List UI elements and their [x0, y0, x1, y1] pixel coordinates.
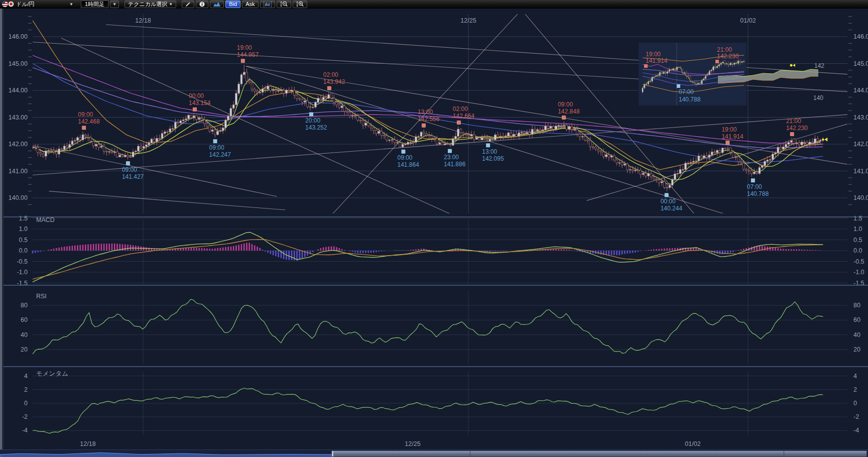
price-axis-label-right: 146.00 — [853, 33, 868, 40]
low-marker — [310, 112, 313, 116]
low-annotation-price: 141.886 — [444, 161, 466, 168]
momentum-panel-tick-left: -4 — [22, 427, 28, 434]
high-annotation-time: 02:00 — [323, 71, 338, 78]
low-marker — [751, 179, 755, 182]
h-scrollbar-track[interactable] — [0, 449, 868, 457]
rsi-panel-title: RSI — [36, 293, 47, 300]
timeframe-dropdown-button[interactable]: ▼ — [110, 1, 119, 8]
chart-style-button[interactable] — [210, 1, 224, 8]
scroll-preview-wave — [0, 450, 331, 457]
ask-label: Ask — [245, 1, 255, 7]
macd-panel-tick-left: 1.5 — [19, 215, 28, 222]
currency-pair-label: ドル/円 — [16, 1, 35, 8]
high-marker — [327, 86, 331, 90]
high-marker — [562, 116, 566, 120]
price-axis-label-right: 141.00 — [853, 168, 868, 175]
date-label-bottom: 12/18 — [80, 440, 95, 447]
price-axis-label-left: 141.00 — [9, 168, 28, 175]
low-annotation-price: 142.095 — [482, 155, 504, 162]
high-annotation-time: 19:00 — [237, 44, 252, 51]
high-annotation-price: 142.468 — [78, 118, 100, 125]
ask-button[interactable]: Ask — [242, 1, 258, 8]
low-annotation-price: 141.864 — [397, 161, 419, 168]
rsi-panel-tick-left: 20 — [21, 346, 28, 353]
low-annotation-time: 07:00 — [747, 183, 762, 190]
rsi-panel-tick-left: 60 — [21, 316, 28, 323]
price-axis-label-right: 144.00 — [853, 87, 868, 94]
fx-chart-window: ドル/円 ▼ 1時間足 ▼ テクニカル選択 ▼ — [0, 0, 868, 457]
inset-annotation-price: 142.230 — [717, 53, 739, 60]
momentum-panel-tick-left: -2 — [22, 413, 28, 420]
toolbar: ドル/円 ▼ 1時間足 ▼ テクニカル選択 ▼ — [0, 0, 868, 9]
price-scale-button[interactable] — [260, 1, 275, 8]
chevron-down-icon: ▼ — [112, 2, 116, 7]
date-label-bottom: 01/02 — [685, 440, 700, 447]
high-annotation-price: 142.664 — [453, 112, 475, 120]
zoom-in-icon — [296, 1, 304, 7]
bid-label: Bid — [229, 1, 237, 7]
rsi-panel-tick-left: 80 — [21, 302, 28, 309]
date-label-top: 12/25 — [460, 17, 476, 24]
low-annotation-time: 23:00 — [444, 154, 459, 161]
bid-button[interactable]: Bid — [225, 1, 240, 8]
price-axis-label-left: 143.00 — [9, 114, 28, 121]
inset-annotation-time: 21:00 — [717, 46, 732, 53]
macd-panel-tick-left: 1.0 — [19, 225, 28, 233]
date-label-top: 01/02 — [740, 17, 756, 24]
us-flag-icon — [2, 1, 8, 7]
date-label-bottom: 12/25 — [405, 440, 420, 447]
draw-tool-button[interactable] — [182, 1, 194, 8]
info-button[interactable] — [196, 1, 208, 8]
macd-panel-tick-right: -1.0 — [853, 269, 864, 276]
inset-annotation-time: 07:00 — [679, 88, 694, 95]
low-annotation-time: 09:00 — [397, 154, 412, 161]
timeframe-label: 1時間足 — [85, 1, 104, 8]
zoom-out-button[interactable] — [277, 1, 291, 8]
macd-panel-tick-right: 0.0 — [853, 247, 862, 254]
technical-select-label: テクニカル選択 — [128, 1, 167, 8]
high-annotation-time: 19:00 — [721, 126, 736, 133]
high-marker — [726, 141, 729, 145]
h-scrollbar-thumb[interactable] — [331, 450, 867, 457]
low-annotation-price: 140.788 — [747, 190, 769, 197]
low-annotation-price: 141.427 — [122, 173, 144, 180]
momentum-panel-tick-left: 4 — [24, 373, 28, 380]
macd-panel-tick-left: -0.5 — [17, 258, 28, 265]
date-label-top: 12/18 — [135, 17, 151, 24]
low-annotation-time: 20:00 — [305, 117, 320, 124]
high-annotation-price: 144.957 — [237, 51, 259, 58]
inset-annotation-price: 140.788 — [679, 96, 701, 103]
inset-annotation-price: 141.914 — [646, 57, 668, 64]
momentum-panel-tick-right: 0 — [853, 400, 857, 407]
zoom-in-button[interactable] — [293, 1, 307, 8]
chart-area: 09:00142.46800:00143.15419:00144.95702:0… — [0, 9, 868, 449]
rsi-panel-tick-right: 60 — [853, 316, 860, 323]
low-annotation-price: 142.247 — [209, 151, 231, 158]
macd-panel-tick-left: 0.0 — [19, 247, 28, 254]
low-annotation-time: 09:00 — [209, 144, 224, 151]
high-annotation-price: 142.848 — [558, 108, 580, 115]
low-marker — [448, 149, 451, 153]
high-marker — [241, 59, 244, 63]
high-marker — [193, 107, 196, 111]
low-annotation-price: 140.244 — [661, 205, 683, 212]
macd-panel-tick-right: 1.0 — [853, 225, 862, 233]
inset-axis-label: 140 — [813, 94, 823, 101]
window-left-edge — [0, 9, 2, 449]
chevron-down-icon: ▼ — [169, 2, 173, 7]
pencil-icon — [185, 2, 191, 7]
high-annotation-price: 142.230 — [786, 125, 808, 132]
high-annotation-time: 09:00 — [78, 111, 93, 118]
momentum-panel-tick-right: 4 — [853, 373, 857, 380]
timeframe-box[interactable]: 1時間足 — [81, 1, 108, 8]
technical-select-button[interactable]: テクニカル選択 ▼ — [125, 1, 176, 8]
macd-panel-tick-right: -0.5 — [853, 258, 864, 265]
low-marker — [126, 162, 130, 165]
price-axis-label-right: 142.00 — [853, 141, 868, 148]
low-annotation-time: 00:00 — [661, 198, 676, 205]
price-axis-label-left: 140.00 — [9, 194, 28, 201]
chart-svg: 09:00142.46800:00143.15419:00144.95702:0… — [0, 9, 868, 449]
price-axis-label-left: 142.00 — [9, 141, 28, 148]
inset-axis-label: 142 — [814, 62, 824, 69]
currency-pair-selector[interactable]: ドル/円 ▼ — [2, 1, 75, 8]
